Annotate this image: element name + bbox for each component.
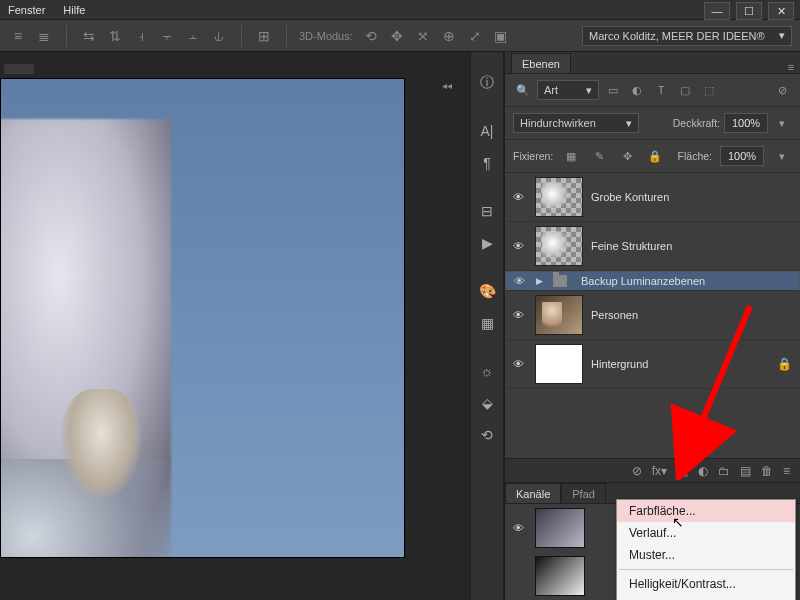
collapsed-panel-strip: ⓘ A| ¶ ⊟ ▶ 🎨 ▦ ☼ ⬙ ⟲: [470, 52, 504, 600]
3d-zoom-icon[interactable]: ⊕: [439, 26, 459, 46]
maximize-button[interactable]: ☐: [736, 2, 762, 20]
3d-pan-icon[interactable]: ✥: [387, 26, 407, 46]
menu-levels[interactable]: Tonwertkorrektur...: [617, 595, 795, 600]
minimize-button[interactable]: —: [704, 2, 730, 20]
layer-name[interactable]: Grobe Konturen: [591, 191, 792, 203]
channel-thumb[interactable]: [535, 508, 585, 548]
channels-tab[interactable]: Kanäle: [505, 483, 561, 503]
swatches-icon[interactable]: ▦: [474, 310, 500, 336]
filter-type-icon[interactable]: T: [651, 80, 671, 100]
adjust-icon[interactable]: ☼: [474, 358, 500, 384]
paragraph-icon[interactable]: ¶: [474, 150, 500, 176]
layer-thumb[interactable]: [535, 295, 583, 335]
panel-menu-icon[interactable]: ≡: [782, 61, 800, 73]
layer-row[interactable]: 👁 Feine Strukturen: [505, 222, 800, 271]
3d-camera-icon[interactable]: ▣: [491, 26, 511, 46]
channel-thumb[interactable]: [535, 556, 585, 596]
canvas[interactable]: [0, 78, 405, 558]
filter-adjust-icon[interactable]: ◐: [627, 80, 647, 100]
mask-icon[interactable]: ▣: [677, 464, 688, 478]
3d-scale-icon[interactable]: ⤢: [465, 26, 485, 46]
3d-move-icon[interactable]: ⤧: [413, 26, 433, 46]
disclosure-icon[interactable]: ▶: [536, 276, 543, 286]
visibility-icon[interactable]: 👁: [513, 358, 527, 370]
layer-name[interactable]: Feine Strukturen: [591, 240, 792, 252]
distribute3-icon[interactable]: ⫞: [131, 26, 151, 46]
filter-shape-icon[interactable]: ▢: [675, 80, 695, 100]
paths-tab[interactable]: Pfad: [561, 483, 606, 503]
styles-icon[interactable]: ⬙: [474, 390, 500, 416]
layers-list: 👁 Grobe Konturen 👁 Feine Strukturen 👁 ▶ …: [505, 173, 800, 458]
close-button[interactable]: ✕: [768, 2, 794, 20]
opacity-label: Deckkraft:: [673, 117, 720, 129]
fill-input[interactable]: 100%: [720, 146, 764, 166]
layer-thumb[interactable]: [535, 344, 583, 384]
opacity-dropdown-icon[interactable]: ▾: [772, 113, 792, 133]
search-icon[interactable]: 🔍: [513, 80, 533, 100]
fill-label: Fläche:: [678, 150, 712, 162]
layer-group-row[interactable]: 👁 ▶ Backup Luminanzebenen: [505, 271, 800, 291]
lock-pixels-icon[interactable]: ✎: [589, 146, 609, 166]
fill-dropdown-icon[interactable]: ▾: [772, 146, 792, 166]
character-icon[interactable]: A|: [474, 118, 500, 144]
3d-orbit-icon[interactable]: ⟲: [361, 26, 381, 46]
menu-gradient[interactable]: Verlauf...: [617, 522, 795, 544]
visibility-icon[interactable]: 👁: [513, 191, 527, 203]
distribute-icon[interactable]: ⇆: [79, 26, 99, 46]
layer-row[interactable]: 👁 Grobe Konturen: [505, 173, 800, 222]
layer-thumb[interactable]: [535, 177, 583, 217]
layer-thumb[interactable]: [535, 226, 583, 266]
menu-help[interactable]: Hilfe: [63, 4, 85, 16]
menu-pattern[interactable]: Muster...: [617, 544, 795, 566]
align-left-icon[interactable]: ≡: [8, 26, 28, 46]
layer-name[interactable]: Backup Luminanzebenen: [581, 275, 791, 287]
layer-row[interactable]: 👁 Personen: [505, 291, 800, 340]
collapse-icon[interactable]: ◂◂: [442, 80, 452, 91]
new-layer-icon[interactable]: ▤: [740, 464, 751, 478]
menu-separator: [619, 569, 793, 570]
filter-pixel-icon[interactable]: ▭: [603, 80, 623, 100]
visibility-icon[interactable]: 👁: [513, 522, 527, 534]
layers-bottom-bar: ⊘ fx▾ ▣ ◐ 🗀 ▤ 🗑 ≡: [505, 458, 800, 482]
layer-kind-select[interactable]: Art▾: [537, 80, 599, 100]
menu-window[interactable]: Fenster: [8, 4, 45, 16]
blend-mode-select[interactable]: Hindurchwirken▾: [513, 113, 639, 133]
layer-name[interactable]: Hintergrund: [591, 358, 769, 370]
distribute2-icon[interactable]: ⇅: [105, 26, 125, 46]
visibility-icon[interactable]: 👁: [513, 309, 527, 321]
layer-row[interactable]: 👁 Hintergrund 🔒: [505, 340, 800, 389]
lock-position-icon[interactable]: ✥: [617, 146, 637, 166]
distribute4-icon[interactable]: ⫟: [157, 26, 177, 46]
fx-icon[interactable]: fx▾: [652, 464, 667, 478]
properties-icon[interactable]: ⊟: [474, 198, 500, 224]
distribute6-icon[interactable]: ⫝: [209, 26, 229, 46]
filter-smart-icon[interactable]: ⬚: [699, 80, 719, 100]
layers-tab[interactable]: Ebenen: [511, 53, 571, 73]
visibility-icon[interactable]: 👁: [514, 275, 528, 287]
workspace-preset-select[interactable]: Marco Kolditz, MEER DER IDEEN®▾: [582, 26, 792, 46]
menu-brightness-contrast[interactable]: Helligkeit/Kontrast...: [617, 573, 795, 595]
lock-transparent-icon[interactable]: ▦: [561, 146, 581, 166]
color-icon[interactable]: 🎨: [474, 278, 500, 304]
delete-icon[interactable]: 🗑: [761, 464, 773, 478]
link-icon[interactable]: ⊘: [632, 464, 642, 478]
group-icon[interactable]: 🗀: [718, 464, 730, 478]
info-icon[interactable]: ⓘ: [474, 70, 500, 96]
document-tab[interactable]: [4, 64, 34, 74]
distribute5-icon[interactable]: ⫠: [183, 26, 203, 46]
layer-name[interactable]: Personen: [591, 309, 792, 321]
filter-toggle-icon[interactable]: ⊘: [772, 80, 792, 100]
adjustment-layer-icon[interactable]: ◐: [698, 464, 708, 478]
mode3d-label: 3D-Modus:: [299, 30, 353, 42]
opacity-input[interactable]: 100%: [724, 113, 768, 133]
history-icon[interactable]: ⟲: [474, 422, 500, 448]
actions-icon[interactable]: ▶: [474, 230, 500, 256]
align-center-icon[interactable]: ≣: [34, 26, 54, 46]
lock-all-icon[interactable]: 🔒: [645, 146, 665, 166]
auto-icon[interactable]: ⊞: [254, 26, 274, 46]
panel-menu2-icon[interactable]: ≡: [783, 464, 790, 478]
menu-solid-color[interactable]: Farbfläche...: [617, 500, 795, 522]
visibility-icon[interactable]: 👁: [513, 240, 527, 252]
workspace-preset-label: Marco Kolditz, MEER DER IDEEN®: [589, 30, 765, 42]
lock-icon: 🔒: [777, 357, 792, 371]
